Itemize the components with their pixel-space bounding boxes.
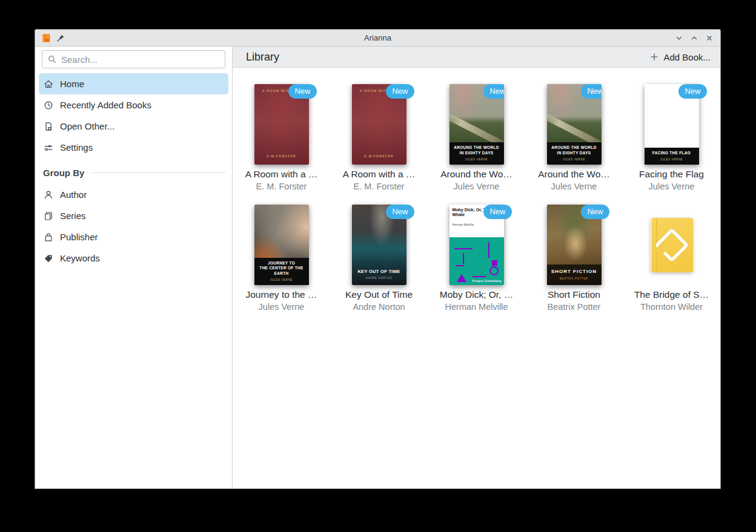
cover-band-lines: FACING THE FLAG <box>646 151 698 156</box>
cover-band: SHORT FICTION BEATRIX POTTER <box>547 264 602 285</box>
cover-band-lines: KEY OUT OF TIME <box>353 269 405 275</box>
book-cover[interactable]: AROUND THE WORLDIN EIGHTY DAYS JULES VER… <box>449 84 504 165</box>
book-author: E. M. Forster <box>256 182 307 191</box>
minimize-button[interactable] <box>674 33 684 43</box>
new-badge: New <box>483 84 503 99</box>
main-area: Home Recently Added Books Open Other... … <box>35 47 720 488</box>
book-cover[interactable]: A ROOM WITH A V E.M.FORSTER New <box>254 84 309 165</box>
plus-icon <box>649 52 659 62</box>
book-item[interactable]: A ROOM WITH A V E.M.FORSTER New A Room w… <box>233 84 330 191</box>
cover-band-lines: AROUND THE WORLDIN EIGHTY DAYS <box>548 145 600 156</box>
group-by-label: Group By <box>43 168 84 178</box>
book-title: Short Fiction <box>548 289 600 300</box>
document-open-icon <box>43 121 54 132</box>
book-title: Key Out of Time <box>345 289 413 300</box>
sidebar-item-label: Author <box>60 189 87 200</box>
new-badge: New <box>581 205 609 219</box>
new-badge: New <box>288 84 316 99</box>
add-book-button[interactable]: Add Book... <box>649 52 711 62</box>
sidebar-item-home[interactable]: Home <box>39 73 228 94</box>
book-author: Jules Verne <box>259 302 305 312</box>
book-item[interactable]: SHORT FICTION BEATRIX POTTER New Short F… <box>525 205 623 312</box>
cover-band-lines: E.M.FORSTER <box>353 154 405 159</box>
book-item[interactable]: JOURNEY TOTHE CENTER OF THE EARTH JULES … <box>233 205 330 312</box>
clock-icon <box>43 100 54 111</box>
cover-band: JOURNEY TOTHE CENTER OF THE EARTH JULES … <box>254 258 309 285</box>
sidebar-item-settings[interactable]: Settings <box>39 137 228 158</box>
sidebar: Home Recently Added Books Open Other... … <box>35 47 233 488</box>
book-cover[interactable] <box>651 218 693 272</box>
book-item[interactable]: The Bridge of S… Thornton Wilder <box>623 205 720 312</box>
book-author: E. M. Forster <box>354 182 405 191</box>
sidebar-item-label: Settings <box>60 142 93 153</box>
page-title: Library <box>246 51 279 64</box>
search-input[interactable] <box>61 54 220 65</box>
sidebar-item-label: Home <box>60 79 84 89</box>
cover-band-lines: E.M.FORSTER <box>256 154 308 159</box>
cover-band-subtitle: ANDRE NORTON <box>353 277 405 280</box>
book-author: Thornton Wilder <box>640 302 703 312</box>
sidebar-item-open-other[interactable]: Open Other... <box>39 116 228 137</box>
sidebar-nav: Home Recently Added Books Open Other... … <box>35 72 232 158</box>
book-item[interactable]: AROUND THE WORLDIN EIGHTY DAYS JULES VER… <box>525 84 623 191</box>
cover-band-subtitle: JULES VERNE <box>256 278 308 281</box>
window-title: Arianna <box>35 33 720 42</box>
book-cover[interactable]: A ROOM WITH A V E.M.FORSTER New <box>352 84 406 165</box>
book-cover[interactable]: SHORT FICTION BEATRIX POTTER New <box>547 205 602 285</box>
book-cover[interactable]: Moby Dick; Or, The Whale Herman Melville… <box>449 205 504 285</box>
group-by-publisher[interactable]: Publisher <box>39 226 228 248</box>
window-controls <box>674 33 720 43</box>
book-cover[interactable]: JOURNEY TOTHE CENTER OF THE EARTH JULES … <box>254 205 309 285</box>
cover-band: FACING THE FLAG JULES VERNE <box>645 148 699 165</box>
sidebar-item-label: Recently Added Books <box>60 100 151 110</box>
search-field[interactable] <box>42 50 225 68</box>
book-author: Jules Verne <box>454 182 500 191</box>
person-icon <box>43 189 54 200</box>
cover-band: KEY OUT OF TIME ANDRE NORTON <box>352 266 406 285</box>
close-button[interactable] <box>705 33 714 43</box>
add-book-label: Add Book... <box>663 52 711 62</box>
book-title: Around the Wo… <box>440 169 512 180</box>
book-item[interactable]: KEY OUT OF TIME ANDRE NORTON New Key Out… <box>330 205 428 312</box>
cover-band: E.M.FORSTER <box>352 151 406 165</box>
book-cover[interactable]: KEY OUT OF TIME ANDRE NORTON New <box>352 205 406 285</box>
group-by-divider <box>90 172 226 173</box>
library-content: A ROOM WITH A V E.M.FORSTER New A Room w… <box>233 68 720 488</box>
home-icon <box>43 79 54 90</box>
sidebar-item-recently-added-books[interactable]: Recently Added Books <box>39 94 228 116</box>
cover-brand: Project Gutenberg <box>472 279 502 283</box>
book-item[interactable]: A ROOM WITH A V E.M.FORSTER New A Room w… <box>330 84 428 191</box>
group-by-header: Group By <box>35 158 232 183</box>
book-author: Beatrix Potter <box>548 302 601 312</box>
sidebar-item-label: Series <box>60 211 86 221</box>
book-title: Moby Dick; Or, … <box>440 289 513 300</box>
group-by-series[interactable]: Series <box>39 205 228 226</box>
library-page: Library Add Book... A ROOM WITH A V E.M.… <box>233 47 720 488</box>
group-by-author[interactable]: Author <box>39 184 228 205</box>
book-title: Around the Wo… <box>538 169 610 180</box>
tag-icon <box>43 253 54 264</box>
new-badge: New <box>386 84 414 99</box>
titlebar[interactable]: Arianna <box>35 30 720 47</box>
cover-band: E.M.FORSTER <box>254 151 309 165</box>
cover-band-subtitle: JULES VERNE <box>646 158 698 161</box>
book-item[interactable]: AROUND THE WORLDIN EIGHTY DAYS JULES VER… <box>428 84 525 191</box>
group-by-keywords[interactable]: Keywords <box>39 248 228 269</box>
book-item[interactable]: FACING THE FLAG JULES VERNE New Facing t… <box>623 84 720 191</box>
bag-icon <box>43 232 54 243</box>
new-badge: New <box>581 84 601 99</box>
pin-icon[interactable] <box>56 33 65 43</box>
maximize-button[interactable] <box>689 33 699 43</box>
cover-band-subtitle: JULES VERNE <box>451 158 503 161</box>
search-icon <box>47 54 57 64</box>
sidebar-item-label: Open Other... <box>60 121 114 131</box>
cover-band: AROUND THE WORLDIN EIGHTY DAYS JULES VER… <box>547 142 602 165</box>
book-title: Journey to the … <box>245 289 317 300</box>
book-title: A Room with a … <box>245 169 318 180</box>
book-title: The Bridge of S… <box>634 289 709 300</box>
book-cover[interactable]: AROUND THE WORLDIN EIGHTY DAYS JULES VER… <box>547 84 602 165</box>
book-item[interactable]: Moby Dick; Or, The Whale Herman Melville… <box>428 205 525 312</box>
book-title: A Room with a … <box>343 169 416 180</box>
book-cover[interactable]: FACING THE FLAG JULES VERNE New <box>645 84 699 165</box>
app-icon <box>41 33 51 43</box>
